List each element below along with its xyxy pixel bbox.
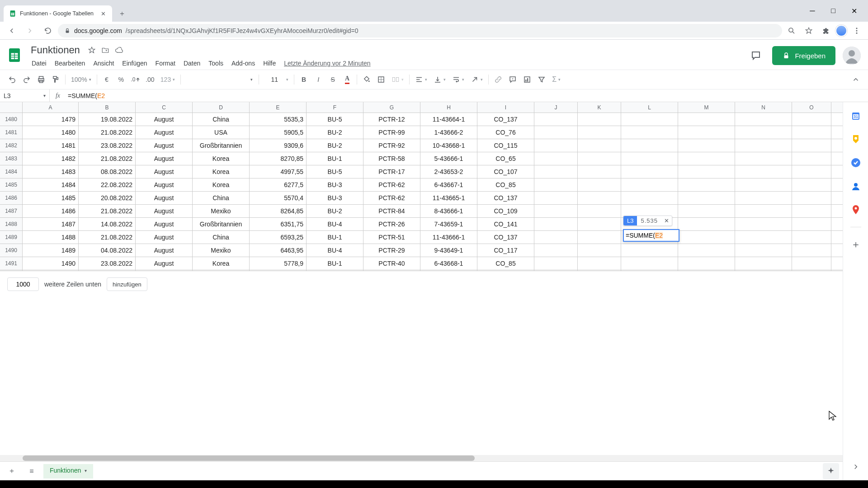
cell[interactable]: PCTR-51 <box>363 270 420 271</box>
cell[interactable] <box>578 270 621 271</box>
cell[interactable]: Korea <box>193 152 250 165</box>
row-header[interactable]: 1481 <box>0 126 23 139</box>
col-header[interactable]: G <box>363 102 420 113</box>
cell[interactable]: 11-43664-1 <box>420 113 477 126</box>
cell[interactable] <box>578 218 621 230</box>
comments-button[interactable] <box>747 47 765 65</box>
col-header[interactable]: L <box>621 102 678 113</box>
cell[interactable]: Korea <box>193 257 250 270</box>
cell[interactable]: PCTR-40 <box>363 257 420 270</box>
cell[interactable]: 1482 <box>23 152 79 165</box>
cell[interactable]: PCTR-92 <box>363 139 420 152</box>
formula-input[interactable]: =SUMME(E2 <box>66 92 868 99</box>
cell[interactable]: PCTR-26 <box>363 218 420 230</box>
share-button[interactable]: Freigeben <box>772 46 835 65</box>
hide-side-panel-button[interactable] <box>848 459 864 475</box>
cell[interactable]: 1483 <box>23 165 79 178</box>
star-icon[interactable] <box>87 46 96 55</box>
number-format-select[interactable]: 123▾ <box>158 76 178 83</box>
horizontal-scrollbar[interactable] <box>0 455 843 461</box>
cell[interactable]: August <box>136 126 193 139</box>
sheets-logo-icon[interactable] <box>5 46 24 64</box>
increase-decimal-button[interactable]: .00 <box>143 73 157 86</box>
cell[interactable] <box>735 178 792 191</box>
cell[interactable] <box>534 178 578 191</box>
cell[interactable]: August <box>136 165 193 178</box>
bold-button[interactable]: B <box>297 73 311 86</box>
cell[interactable] <box>621 152 678 165</box>
cell[interactable] <box>678 165 735 178</box>
cell[interactable] <box>678 113 735 126</box>
cell[interactable] <box>621 257 678 270</box>
cell[interactable]: PCTR-12 <box>363 113 420 126</box>
cell[interactable] <box>534 113 578 126</box>
cell[interactable]: 5570,4 <box>250 192 307 204</box>
last-edit-link[interactable]: Letzte Änderung vor 2 Minuten <box>284 60 370 67</box>
name-box[interactable]: L3▾ <box>0 89 50 102</box>
cell[interactable]: BU-1 <box>307 152 363 165</box>
cell[interactable]: 1479 <box>23 113 79 126</box>
add-rows-button[interactable]: hinzufügen <box>107 277 147 291</box>
cell[interactable] <box>578 257 621 270</box>
row-header[interactable]: 1480 <box>0 113 23 126</box>
fill-color-button[interactable] <box>360 73 373 86</box>
cell[interactable]: August <box>136 139 193 152</box>
col-header[interactable]: C <box>136 102 193 113</box>
decrease-decimal-button[interactable]: .0 <box>129 73 142 86</box>
cell[interactable] <box>534 126 578 139</box>
cell[interactable]: Deutschland <box>193 270 250 271</box>
cell[interactable]: CO_117 <box>477 244 534 257</box>
browser-tab[interactable]: Funktionen - Google Tabellen ✕ <box>4 5 112 22</box>
cell[interactable]: PCTR-99 <box>363 126 420 139</box>
cell[interactable] <box>792 192 831 204</box>
cell[interactable]: 5535,3 <box>250 113 307 126</box>
cell[interactable] <box>534 139 578 152</box>
cell[interactable] <box>735 165 792 178</box>
explore-button[interactable] <box>823 463 839 479</box>
cell[interactable]: CO_65 <box>477 270 534 271</box>
cell[interactable]: PCTR-29 <box>363 244 420 257</box>
contacts-icon[interactable] <box>849 180 862 192</box>
inline-cell-editor[interactable]: L3 5.535 ✕ =SUMME(E2 <box>623 229 679 242</box>
insert-chart-button[interactable] <box>520 73 534 86</box>
cell[interactable]: BU-3 <box>307 178 363 191</box>
add-sheet-button[interactable]: ＋ <box>4 463 20 479</box>
cell[interactable] <box>621 113 678 126</box>
cell[interactable] <box>534 205 578 217</box>
cell[interactable] <box>792 205 831 217</box>
row-header[interactable]: 1490 <box>0 244 23 257</box>
row-header[interactable]: 1491 <box>0 257 23 270</box>
cell[interactable]: 9309,6 <box>250 139 307 152</box>
cell[interactable] <box>678 178 735 191</box>
cell[interactable]: 5778,9 <box>250 257 307 270</box>
cell[interactable]: PCTR-62 <box>363 178 420 191</box>
cell[interactable]: 04.08.2022 <box>79 244 136 257</box>
cell[interactable] <box>578 205 621 217</box>
cell[interactable]: 1485 <box>23 192 79 204</box>
cell[interactable]: 1488 <box>23 231 79 244</box>
cell[interactable]: PCTR-17 <box>363 165 420 178</box>
text-wrap-button[interactable]: ▾ <box>449 75 467 84</box>
cell[interactable] <box>735 205 792 217</box>
cell[interactable]: CO_107 <box>477 165 534 178</box>
cell[interactable]: PCTR-51 <box>363 231 420 244</box>
cell[interactable] <box>578 165 621 178</box>
cell[interactable]: BU-1 <box>307 270 363 271</box>
cell[interactable] <box>678 126 735 139</box>
col-header[interactable]: M <box>678 102 735 113</box>
cell[interactable]: August <box>136 192 193 204</box>
cell[interactable] <box>792 165 831 178</box>
cell[interactable]: August <box>136 218 193 230</box>
maximize-button[interactable]: □ <box>823 4 844 18</box>
menu-addons[interactable]: Add-ons <box>228 58 259 69</box>
cell[interactable] <box>678 192 735 204</box>
cell[interactable]: BU-2 <box>307 205 363 217</box>
keep-icon[interactable] <box>849 133 862 145</box>
row-header[interactable]: 1487 <box>0 205 23 217</box>
cell[interactable]: 6593,25 <box>250 231 307 244</box>
cell[interactable] <box>621 192 678 204</box>
cell[interactable]: PCTR-58 <box>363 152 420 165</box>
cell[interactable] <box>735 113 792 126</box>
col-header[interactable]: E <box>250 102 307 113</box>
cell[interactable]: 6463,95 <box>250 244 307 257</box>
